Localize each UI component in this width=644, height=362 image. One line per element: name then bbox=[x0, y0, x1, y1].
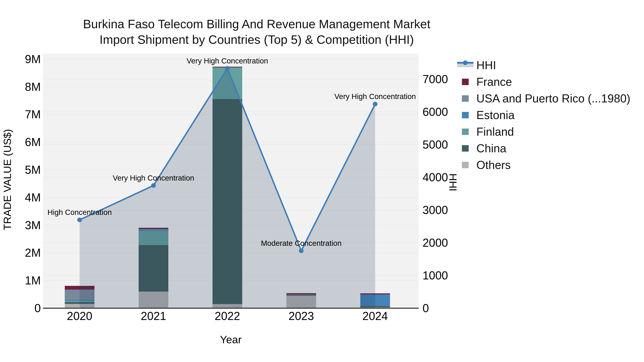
legend-label: Estonia bbox=[476, 108, 514, 122]
hhi-import-chart: Burkina Faso Telecom Billing And Revenue… bbox=[0, 0, 644, 362]
y-left-tick-6M: 6M bbox=[25, 135, 41, 149]
legend-label: Finland bbox=[476, 125, 514, 138]
hhi-marker-2021 bbox=[151, 183, 156, 188]
y-right-tick-5000: 5000 bbox=[422, 138, 448, 151]
y-left-tick-3M: 3M bbox=[25, 219, 41, 232]
y-left-tick-7M: 7M bbox=[25, 108, 41, 121]
y-right-axis-title: HHI bbox=[447, 173, 459, 191]
y-right-tick-7000: 7000 bbox=[422, 73, 448, 86]
y-left-axis-title: TRADE VALUE (US$) bbox=[1, 129, 13, 230]
x-axis-title: Year bbox=[220, 334, 242, 346]
hhi-marker-2022 bbox=[225, 66, 230, 71]
y-left-tick-5M: 5M bbox=[25, 163, 41, 176]
y-right-tick-4000: 4000 bbox=[422, 171, 448, 184]
legend-item-usa: USA and Puerto Rico (...1980) bbox=[457, 92, 630, 105]
y-left-tick-9M: 9M bbox=[25, 52, 41, 66]
y-right-tick-6000: 6000 bbox=[422, 105, 448, 118]
color-swatch-icon bbox=[457, 159, 474, 171]
y-left-tick-4M: 4M bbox=[25, 191, 41, 204]
annotation-2020: High Concentration bbox=[48, 208, 112, 217]
annotation-2024: Very High Concentration bbox=[334, 92, 416, 101]
plot-area bbox=[0, 0, 644, 362]
color-swatch-icon bbox=[457, 92, 474, 105]
legend-item-finland: Finland bbox=[457, 125, 514, 138]
legend-label: Others bbox=[476, 158, 511, 172]
legend-item-hhi: HHI bbox=[457, 59, 496, 72]
legend-label: HHI bbox=[476, 59, 496, 72]
legend-item-china: China bbox=[457, 142, 506, 155]
y-left-tick-1M: 1M bbox=[25, 274, 41, 287]
hhi-marker-2023 bbox=[299, 249, 304, 253]
color-swatch-icon bbox=[457, 125, 474, 138]
x-tick-2023: 2023 bbox=[288, 310, 314, 323]
legend-label: France bbox=[476, 75, 512, 88]
color-swatch-icon bbox=[457, 75, 474, 88]
y-right-tick-0: 0 bbox=[422, 302, 429, 315]
x-tick-2021: 2021 bbox=[141, 310, 166, 323]
legend-item-estonia: Estonia bbox=[457, 109, 514, 122]
legend-item-france: France bbox=[457, 75, 512, 88]
x-tick-2024: 2024 bbox=[362, 310, 388, 323]
legend-label: China bbox=[476, 142, 506, 155]
hhi-line-swatch-icon bbox=[457, 59, 474, 72]
annotation-2022: Very High Concentration bbox=[186, 57, 268, 65]
color-swatch-icon bbox=[457, 142, 474, 155]
x-tick-2020: 2020 bbox=[67, 310, 92, 323]
color-swatch-icon bbox=[457, 109, 474, 122]
y-left-tick-8M: 8M bbox=[25, 80, 41, 93]
legend-item-others: Others bbox=[457, 159, 511, 171]
y-right-tick-2000: 2000 bbox=[422, 236, 448, 249]
legend-label: USA and Puerto Rico (...1980) bbox=[476, 92, 630, 105]
hhi-marker-2024 bbox=[373, 102, 378, 106]
hhi-marker-2020 bbox=[77, 218, 82, 222]
y-left-tick-0: 0 bbox=[34, 302, 41, 315]
annotation-2021: Very High Concentration bbox=[113, 174, 194, 182]
annotation-2023: Moderate Concentration bbox=[261, 239, 342, 248]
y-right-tick-3000: 3000 bbox=[422, 203, 448, 217]
y-left-tick-2M: 2M bbox=[25, 246, 41, 259]
x-tick-2022: 2022 bbox=[215, 310, 240, 323]
y-right-tick-1000: 1000 bbox=[422, 269, 448, 282]
